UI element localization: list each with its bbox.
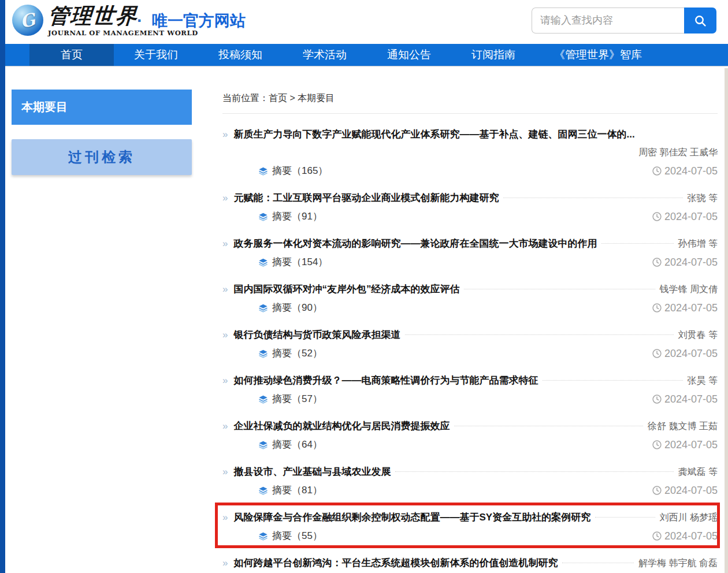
article-title-link[interactable]: 国内国际双循环对冲“友岸外包”经济成本的效应评估 [233,281,459,297]
page-left-edge-strip [0,0,5,573]
double-chevron-icon: » [222,464,228,479]
double-chevron-icon: » [222,373,228,388]
abstract-link[interactable]: 摘要（165） [258,164,328,178]
dotted-leader [601,243,673,244]
article-meta-row: 摘要（91） 2024-07-05 [222,210,718,224]
breadcrumb-separator: > [289,93,295,103]
nav-item-academic-events[interactable]: 学术活动 [283,44,367,66]
article-row: » 国内国际双循环对冲“友岸外包”经济成本的效应评估 钱学锋 周文倩 摘要（90… [222,281,718,315]
abstract-label: 摘要（57） [272,392,322,406]
search-input[interactable] [532,8,684,34]
abstract-link[interactable]: 摘要（64） [258,438,322,452]
article-meta-row: 摘要（64） 2024-07-05 [222,438,718,452]
double-chevron-icon: » [222,236,228,251]
sidebar-item-current-issue[interactable]: 本期要目 [12,90,192,125]
clock-icon [652,485,662,496]
breadcrumb-home-link[interactable]: 首页 [269,93,287,103]
abstract-link[interactable]: 摘要（81） [258,483,322,497]
nav-item-about[interactable]: 关于我们 [114,44,198,66]
dotted-leader [464,289,655,289]
article-title-row: » 新质生产力导向下数字产业赋能现代化产业体系研究——基于补点、建链、固网三位一… [222,126,718,160]
dotted-leader [454,426,643,426]
tagline-dot: · [137,11,143,31]
article-title-link[interactable]: 如何跨越平台创新鸿沟：平台生态系统超模块创新体系的价值创造机制研究 [233,555,558,571]
publish-date: 2024-07-05 [652,164,718,178]
abstract-link[interactable]: 摘要（90） [258,301,322,315]
nav-item-subscription[interactable]: 订阅指南 [451,44,536,66]
article-authors: 张昊 等 [688,373,718,388]
article-title-row: » 如何推动绿色消费升级？——电商策略性调价行为与节能产品需求特征 张昊 等 [222,373,718,388]
article-authors: 刘西川 杨梦瑶 [660,509,718,525]
layers-icon [258,440,268,450]
article-row: » 银行负债结构与货币政策风险承担渠道 刘贯春 等 摘要（52） 2024-07… [222,327,718,360]
layers-icon [258,212,268,222]
article-row-highlighted: » 风险保障金与合作金融组织剩余控制权动态配置——基于SY资金互助社的案例研究 … [222,509,718,543]
abstract-link[interactable]: 摘要（57） [258,392,322,406]
article-title-link[interactable]: 银行负债结构与货币政策风险承担渠道 [233,327,400,343]
abstract-link[interactable]: 摘要（55） [258,529,322,543]
abstract-label: 摘要（91） [272,210,322,224]
nav-item-think-tank[interactable]: 《管理世界》智库 [536,44,660,66]
logo-letter: G [18,9,37,32]
article-title-row: » 政务服务一体化对资本流动的影响研究——兼论政府在全国统一大市场建设中的作用 … [222,236,718,251]
publish-date-text: 2024-07-05 [664,210,718,224]
search-button[interactable] [684,8,716,34]
article-title-link[interactable]: 如何推动绿色消费升级？——电商策略性调价行为与节能产品需求特征 [233,373,538,388]
article-row: » 政务服务一体化对资本流动的影响研究——兼论政府在全国统一大市场建设中的作用 … [222,236,718,269]
dotted-leader [595,517,655,518]
publish-date: 2024-07-05 [652,347,718,360]
publish-date-text: 2024-07-05 [664,392,718,406]
article-meta-row: 摘要（55） 2024-07-05 [222,529,718,543]
logo-globe-icon: G [12,5,43,36]
publish-date: 2024-07-05 [652,210,718,224]
article-title-row: » 企业社保减负的就业结构优化与居民消费提振效应 徐舒 魏文博 王茹 [222,418,718,434]
article-title-link[interactable]: 撤县设市、产业基础与县域农业发展 [233,464,391,479]
abstract-link[interactable]: 摘要（91） [258,210,322,224]
layers-icon [258,395,268,404]
sidebar: 本期要目 过刊检索 [12,90,192,175]
article-title-row: » 如何跨越平台创新鸿沟：平台生态系统超模块创新体系的价值创造机制研究 解学梅 … [222,555,718,571]
article-authors: 钱学锋 周文倩 [660,281,718,297]
double-chevron-icon: » [222,555,228,571]
article-title-link[interactable]: 企业社保减负的就业结构优化与居民消费提振效应 [233,418,450,434]
nav-item-home[interactable]: 首页 [29,44,114,66]
article-title-link[interactable]: 政务服务一体化对资本流动的影响研究——兼论政府在全国统一大市场建设中的作用 [233,236,597,251]
abstract-link[interactable]: 摘要（154） [258,255,328,269]
clock-icon [652,166,662,176]
search-bar [532,8,716,34]
article-title-row: » 元赋能：工业互联网平台驱动企业商业模式创新能力构建研究 张骁 等 [222,190,718,206]
publish-date: 2024-07-05 [652,438,718,452]
article-title-link[interactable]: 元赋能：工业互联网平台驱动企业商业模式创新能力构建研究 [233,190,499,206]
clock-icon [652,394,662,404]
clock-icon [652,348,662,359]
clock-icon [652,531,662,541]
article-authors: 龚斌磊 等 [678,464,718,479]
publish-date-text: 2024-07-05 [664,347,718,360]
nav-item-submission[interactable]: 投稿须知 [198,44,283,66]
article-row: » 元赋能：工业互联网平台驱动企业商业模式创新能力构建研究 张骁 等 摘要（91… [222,190,718,224]
article-title-row: » 国内国际双循环对冲“友岸外包”经济成本的效应评估 钱学锋 周文倩 [222,281,718,297]
article-authors: 徐舒 魏文博 王茹 [648,418,718,434]
article-title-link[interactable]: 风险保障金与合作金融组织剩余控制权动态配置——基于SY资金互助社的案例研究 [233,509,590,525]
publish-date-text: 2024-07-05 [664,483,718,497]
publish-date: 2024-07-05 [652,529,718,543]
article-title-row: » 撤县设市、产业基础与县域农业发展 龚斌磊 等 [222,464,718,479]
double-chevron-icon: » [222,190,228,206]
sidebar-item-archive-search[interactable]: 过刊检索 [12,139,192,175]
abstract-link[interactable]: 摘要（52） [258,347,322,360]
article-authors: 周密 郭佳宏 王威华 [222,144,718,160]
article-title-link[interactable]: 新质生产力导向下数字产业赋能现代化产业体系研究——基于补点、建链、固网三位一体的… [233,126,634,142]
layers-icon [258,303,268,313]
article-meta-row: 摘要（154） 2024-07-05 [222,255,718,269]
nav-item-notices[interactable]: 通知公告 [367,44,451,66]
layers-icon [258,166,268,176]
article-meta-row: 摘要（52） 2024-07-05 [222,347,718,360]
article-row: » 如何推动绿色消费升级？——电商策略性调价行为与节能产品需求特征 张昊 等 摘… [222,373,718,406]
sidebar-current-issue-label: 本期要目 [21,99,68,115]
breadcrumb-prefix: 当前位置： [222,93,269,103]
abstract-label: 摘要（90） [272,301,322,315]
header: G 管理世界 JOURNAL OF MANAGEMENT WORLD · 唯一官… [5,0,728,44]
abstract-label: 摘要（52） [272,347,322,360]
publish-date-text: 2024-07-05 [664,301,718,315]
dotted-leader [395,471,673,472]
